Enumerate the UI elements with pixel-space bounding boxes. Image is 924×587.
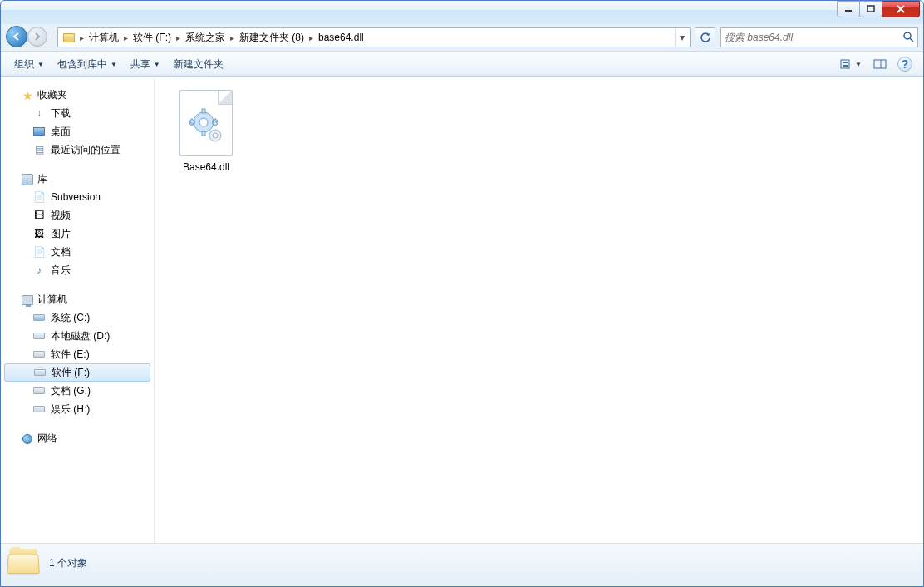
svg-rect-1 xyxy=(867,6,874,12)
view-options-button[interactable]: ▼ xyxy=(835,54,867,74)
chevron-right-icon[interactable]: ▸ xyxy=(307,33,315,42)
drive-icon xyxy=(32,348,46,361)
help-button[interactable]: ? xyxy=(893,54,917,74)
sidebar-item-desktop[interactable]: 桌面 xyxy=(1,122,154,141)
svg-rect-7 xyxy=(874,60,886,68)
sidebar-item-downloads[interactable]: 下载 xyxy=(1,104,154,122)
file-name: Base64.dll xyxy=(166,161,246,173)
folder-icon xyxy=(7,547,41,580)
breadcrumb-item[interactable]: 软件 (F:) xyxy=(130,31,174,45)
breadcrumb-bar[interactable]: ▸ 计算机 ▸ 软件 (F:) ▸ 系统之家 ▸ 新建文件夹 (8) ▸ bas… xyxy=(57,27,691,47)
include-in-library-button[interactable]: 包含到库中▼ xyxy=(51,54,124,75)
network-icon xyxy=(21,432,34,446)
main-area: ★ 收藏夹 下载 桌面 ▤ 最近访问的位置 库 📄 xyxy=(1,77,923,543)
sidebar-item-label: 桌面 xyxy=(51,125,71,139)
chevron-right-icon[interactable]: ▸ xyxy=(229,33,236,42)
sidebar-item-label: 软件 (E:) xyxy=(51,348,90,362)
sidebar-item-drive-c[interactable]: 系统 (C:) xyxy=(1,308,154,327)
gear-icon xyxy=(206,126,224,145)
search-icon[interactable] xyxy=(902,31,914,45)
sidebar-item-drive-f[interactable]: 软件 (F:) xyxy=(4,363,150,382)
sidebar-item-drive-g[interactable]: 文档 (G:) xyxy=(1,382,154,400)
sidebar-item-subversion[interactable]: 📄 Subversion xyxy=(1,188,154,206)
svg-rect-6 xyxy=(843,65,848,67)
sidebar-item-drive-h[interactable]: 娱乐 (H:) xyxy=(1,400,154,418)
sidebar-item-label: 软件 (F:) xyxy=(52,366,90,380)
nav-buttons xyxy=(6,26,52,49)
navigation-sidebar: ★ 收藏夹 下载 桌面 ▤ 最近访问的位置 库 📄 xyxy=(1,78,155,543)
drive-icon xyxy=(32,402,46,416)
chevron-right-icon[interactable]: ▸ xyxy=(78,33,86,42)
svg-line-3 xyxy=(910,38,913,42)
share-button[interactable]: 共享▼ xyxy=(124,54,167,75)
address-bar: ▸ 计算机 ▸ 软件 (F:) ▸ 系统之家 ▸ 新建文件夹 (8) ▸ bas… xyxy=(1,24,923,51)
new-folder-button[interactable]: 新建文件夹 xyxy=(167,54,230,75)
sidebar-item-drive-e[interactable]: 软件 (E:) xyxy=(1,345,154,363)
favorites-header[interactable]: ★ 收藏夹 xyxy=(1,86,154,104)
sidebar-item-label: 图片 xyxy=(51,227,71,241)
close-button[interactable] xyxy=(882,1,920,17)
computer-icon xyxy=(21,294,34,307)
breadcrumb-item[interactable]: 新建文件夹 (8) xyxy=(236,31,307,45)
sidebar-item-recent[interactable]: ▤ 最近访问的位置 xyxy=(1,141,154,159)
back-button[interactable] xyxy=(6,26,27,47)
drive-icon xyxy=(33,366,47,379)
music-icon: ♪ xyxy=(32,264,46,277)
network-header[interactable]: 网络 xyxy=(1,430,154,447)
sidebar-item-label: 音乐 xyxy=(51,264,71,278)
search-input[interactable] xyxy=(725,32,902,43)
sidebar-item-label: 本地磁盘 (D:) xyxy=(51,329,110,343)
toolbar: 组织▼ 包含到库中▼ 共享▼ 新建文件夹 ▼ ? xyxy=(1,51,923,77)
chevron-right-icon[interactable]: ▸ xyxy=(174,33,182,42)
window-controls xyxy=(838,1,920,17)
maximize-button[interactable] xyxy=(859,1,882,17)
libraries-section: 库 📄 Subversion 🎞 视频 🖼 图片 📄 文档 ♪ 音乐 xyxy=(1,170,154,279)
favorites-section: ★ 收藏夹 下载 桌面 ▤ 最近访问的位置 xyxy=(1,86,154,159)
refresh-button[interactable] xyxy=(695,27,715,47)
computer-header[interactable]: 计算机 xyxy=(1,291,154,308)
breadcrumb-item[interactable]: base64.dll xyxy=(315,32,367,43)
svg-point-10 xyxy=(199,118,208,126)
breadcrumb-item[interactable]: 系统之家 xyxy=(182,31,229,45)
svg-rect-5 xyxy=(843,62,848,63)
forward-button[interactable] xyxy=(27,27,47,47)
dll-file-icon xyxy=(176,90,236,156)
file-item[interactable]: Base64.dll xyxy=(166,90,246,531)
sidebar-item-label: 文档 (G:) xyxy=(51,384,91,398)
drive-icon xyxy=(32,384,46,397)
chevron-right-icon[interactable]: ▸ xyxy=(122,33,130,42)
sidebar-item-label: 视频 xyxy=(51,209,71,223)
sidebar-item-label: 文档 xyxy=(51,245,71,259)
preview-pane-button[interactable] xyxy=(868,54,892,74)
svg-point-20 xyxy=(213,133,218,138)
sidebar-item-documents[interactable]: 📄 文档 xyxy=(1,243,154,261)
desktop-icon xyxy=(32,125,46,138)
svg-point-2 xyxy=(904,32,911,39)
status-bar: 1 个对象 xyxy=(1,543,923,583)
address-dropdown[interactable]: ▾ xyxy=(675,28,688,47)
sidebar-item-label: 系统 (C:) xyxy=(51,311,90,325)
favorites-label: 收藏夹 xyxy=(37,88,67,102)
file-list[interactable]: Base64.dll xyxy=(155,78,923,543)
svg-rect-4 xyxy=(841,60,849,68)
drive-icon xyxy=(32,311,46,324)
sidebar-item-music[interactable]: ♪ 音乐 xyxy=(1,261,154,279)
network-section: 网络 xyxy=(1,430,154,447)
computer-section: 计算机 系统 (C:) 本地磁盘 (D:) 软件 (E:) 软件 (F:) 文档… xyxy=(1,291,154,418)
sidebar-item-label: 下载 xyxy=(51,106,71,121)
computer-label: 计算机 xyxy=(37,293,67,307)
sidebar-item-videos[interactable]: 🎞 视频 xyxy=(1,206,154,224)
libraries-header[interactable]: 库 xyxy=(1,170,154,188)
document-icon: 📄 xyxy=(32,245,46,259)
organize-button[interactable]: 组织▼ xyxy=(7,54,51,75)
folder-icon xyxy=(61,30,76,45)
sidebar-item-pictures[interactable]: 🖼 图片 xyxy=(1,224,154,243)
network-label: 网络 xyxy=(37,432,57,446)
sidebar-item-drive-d[interactable]: 本地磁盘 (D:) xyxy=(1,327,154,345)
breadcrumb-item[interactable]: 计算机 xyxy=(86,31,122,45)
drive-icon xyxy=(32,329,46,343)
svg-rect-11 xyxy=(202,109,205,113)
minimize-button[interactable] xyxy=(837,1,860,17)
search-box[interactable] xyxy=(720,27,918,47)
video-icon: 🎞 xyxy=(32,209,46,222)
